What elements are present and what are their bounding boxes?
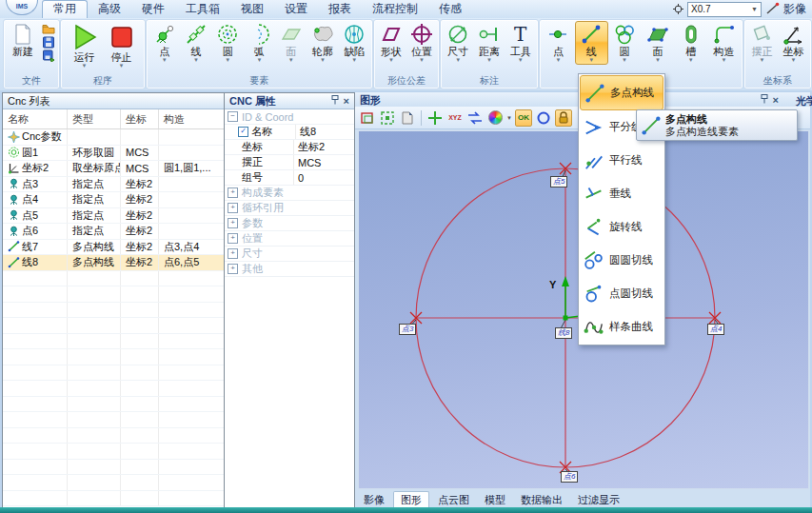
save-icon[interactable] xyxy=(42,36,55,49)
pin-icon[interactable] xyxy=(331,95,339,107)
checkbox-checked[interactable]: ✓ xyxy=(238,127,248,137)
section-id-coord[interactable]: − ID & Coord xyxy=(225,109,354,125)
coordinate-button[interactable]: 坐标▼ xyxy=(778,21,809,65)
menu-item-multipoint-line[interactable]: 多点构线 xyxy=(580,75,663,110)
table-row[interactable]: Cnc参数 xyxy=(3,129,224,146)
tab-chuangan[interactable]: 传感 xyxy=(428,0,472,18)
expand-icon[interactable]: + xyxy=(228,248,238,259)
menu-item-parallel-line[interactable]: 平行线 xyxy=(580,144,663,177)
run-button[interactable]: 运行▼ xyxy=(68,21,101,70)
table-row[interactable]: 点5 指定点坐标2 xyxy=(3,208,224,225)
lock-icon[interactable] xyxy=(555,109,572,127)
tab-shitu[interactable]: 视图 xyxy=(230,0,274,18)
property-value[interactable]: 线8 xyxy=(295,125,354,139)
section-parameters[interactable]: +参数 xyxy=(225,216,354,231)
property-row-name[interactable]: ✓ 名称 线8 xyxy=(225,125,354,140)
expand-icon[interactable]: + xyxy=(228,187,238,198)
close-icon[interactable]: × xyxy=(344,96,349,106)
construct-corner-button[interactable]: 构造▼ xyxy=(707,21,741,65)
chevron-down-icon[interactable]: ▼ xyxy=(506,115,512,121)
mode-label[interactable]: 影像 xyxy=(783,1,806,17)
flip-arrows-icon[interactable] xyxy=(466,109,484,127)
zoom-select[interactable]: X0.7▼ xyxy=(687,2,762,17)
tab-image-view[interactable]: 影像 xyxy=(357,492,391,507)
crosshair-plus-icon[interactable] xyxy=(426,109,444,127)
section-position[interactable]: +位置 xyxy=(225,231,354,247)
section-elements[interactable]: +构成要素 xyxy=(225,186,354,201)
menu-item-point-circle-tangent[interactable]: 点圆切线 xyxy=(580,277,663,310)
measure-pen-icon[interactable] xyxy=(765,1,780,18)
pin-icon[interactable] xyxy=(761,94,768,106)
zoom-region-icon[interactable] xyxy=(379,109,396,127)
construct-plane-button[interactable]: 面▼ xyxy=(641,21,674,65)
form-button[interactable]: 形状▼ xyxy=(376,21,406,65)
tab-graphics-view[interactable]: 图形 xyxy=(393,491,429,507)
point-label-top[interactable]: 点5 xyxy=(550,176,567,187)
property-row-coord[interactable]: 坐标 坐标2 xyxy=(225,140,354,155)
tab-pointcloud-view[interactable]: 点云图 xyxy=(431,492,476,507)
tool-button[interactable]: T 工具▼ xyxy=(505,21,536,65)
collapse-icon[interactable]: − xyxy=(228,111,238,122)
cnc-list-column-header[interactable]: 名称 类型 坐标 构造 xyxy=(3,109,224,129)
construct-slot-button[interactable]: 槽▼ xyxy=(674,21,707,65)
menu-item-rotated-line[interactable]: 旋转线 xyxy=(580,210,663,244)
tab-gongjuxiang[interactable]: 工具箱 xyxy=(175,0,230,18)
dimension-button[interactable]: 尺寸▼ xyxy=(443,21,474,65)
construct-point-button[interactable]: 点▼ xyxy=(542,21,575,65)
tab-model-view[interactable]: 模型 xyxy=(478,492,512,507)
ok-toggle-icon[interactable]: OK xyxy=(515,109,532,127)
feature-defect-button[interactable]: 缺陷▼ xyxy=(339,21,370,65)
tab-yingjian[interactable]: 硬件 xyxy=(131,0,175,18)
open-folder-icon[interactable] xyxy=(42,23,55,35)
xyz-icon[interactable]: XYZ xyxy=(446,109,464,127)
table-row[interactable]: 点4 指定点坐标2 xyxy=(3,192,224,208)
tab-baobiao[interactable]: 报表 xyxy=(318,0,362,18)
app-menu-button[interactable]: IMS xyxy=(6,0,38,15)
property-row-align[interactable]: 摆正 MCS xyxy=(225,155,354,170)
point-label-left[interactable]: 点3 xyxy=(399,324,416,335)
column-coord[interactable]: 坐标 xyxy=(121,109,159,128)
tab-shezhi[interactable]: 设置 xyxy=(274,0,318,18)
section-loop-ref[interactable]: +循环引用 xyxy=(225,201,354,216)
feature-point-button[interactable]: 点▼ xyxy=(149,21,180,65)
copy-view-icon[interactable] xyxy=(399,109,416,127)
table-row-selected[interactable]: 线8 多点构线坐标2点6,点5 xyxy=(3,255,224,271)
close-icon[interactable]: × xyxy=(773,95,779,105)
property-value[interactable]: 坐标2 xyxy=(293,140,354,154)
expand-icon[interactable]: + xyxy=(228,264,238,274)
align-button[interactable]: 摆正▼ xyxy=(746,21,778,65)
color-wheel-icon[interactable] xyxy=(486,109,504,127)
feature-line-button[interactable]: 线▼ xyxy=(180,21,211,65)
column-construct[interactable]: 构造 xyxy=(159,109,224,128)
feature-plane-button[interactable]: 面▼ xyxy=(275,21,307,65)
save-as-icon[interactable] xyxy=(42,49,55,62)
point-label-bottom[interactable]: 点6 xyxy=(561,471,578,483)
tab-changyong[interactable]: 常用 xyxy=(42,0,88,18)
table-row[interactable]: 线7 多点构线坐标2点3,点4 xyxy=(3,240,224,256)
new-button[interactable]: 新建 xyxy=(6,21,40,58)
point-label-right[interactable]: 点4 xyxy=(707,324,724,335)
column-type[interactable]: 类型 xyxy=(68,109,121,128)
circle-display-icon[interactable] xyxy=(535,109,552,127)
table-row[interactable]: 坐标2 取坐标原点MCS圆1,圆1,... xyxy=(3,161,224,177)
expand-icon[interactable]: + xyxy=(228,218,238,228)
fit-view-icon[interactable] xyxy=(359,109,376,127)
column-name[interactable]: 名称 xyxy=(3,109,68,128)
tab-filterdisplay-view[interactable]: 过滤显示 xyxy=(571,492,626,507)
tab-gaoji[interactable]: 高级 xyxy=(88,0,131,18)
menu-item-perpendicular-line[interactable]: 垂线 xyxy=(580,177,663,210)
menu-item-circle-circle-tangent[interactable]: 圆圆切线 xyxy=(580,244,663,277)
tab-liuchengkongzhi[interactable]: 流程控制 xyxy=(362,0,428,18)
feature-circle-button[interactable]: 圆▼ xyxy=(212,21,244,65)
stop-button[interactable]: 停止▼ xyxy=(105,21,138,70)
tab-dataoutput-view[interactable]: 数据输出 xyxy=(514,492,569,507)
tab-optics-panel[interactable]: 光学 xyxy=(796,94,812,109)
construct-line-button[interactable]: 线▼ xyxy=(575,21,608,65)
feature-contour-button[interactable]: 轮廓▼ xyxy=(307,21,338,65)
construct-circle-button[interactable]: 圆▼ xyxy=(608,21,642,65)
property-value[interactable]: 0 xyxy=(293,170,354,185)
property-value[interactable]: MCS xyxy=(293,155,354,169)
property-row-group[interactable]: 组号 0 xyxy=(225,170,354,186)
expand-icon[interactable]: + xyxy=(228,203,238,213)
distance-button[interactable]: 距离▼ xyxy=(474,21,505,65)
